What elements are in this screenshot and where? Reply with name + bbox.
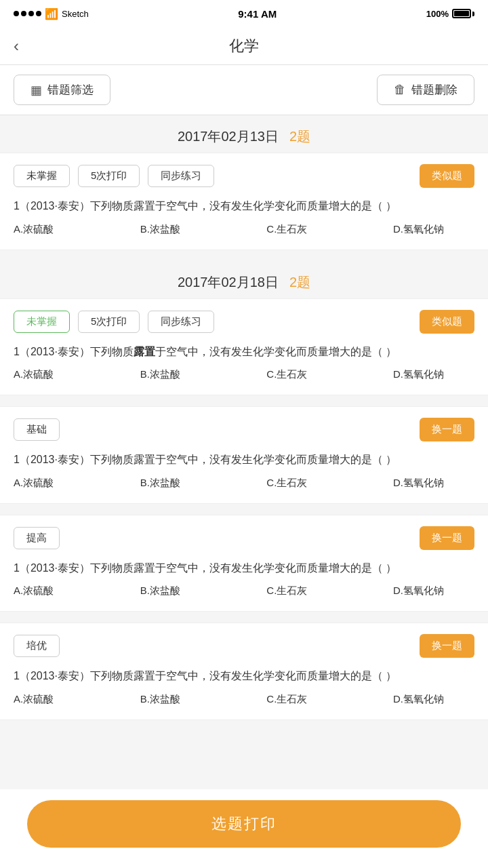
section-divider-4 [0,612,488,623]
option-b-1-1: B.浓盐酸 [140,223,222,236]
option-c-1-1: C.生石灰 [266,223,348,236]
question-card-2-4: 培优 换一题 1（2013·泰安）下列物质露置于空气中，没有发生化学变化而质量增… [0,623,488,720]
nav-bar: ‹ 化学 [0,27,488,65]
status-left: 📶 Sketch [14,7,89,20]
option-d-2-1: D.氢氧化钠 [393,368,474,381]
option-a-2-2: A.浓硫酸 [14,477,95,490]
date-header-1: 2017年02月13日 2题 [0,115,488,153]
option-c-2-4: C.生石灰 [266,693,348,706]
signal-dots [14,11,41,16]
similar-btn-2[interactable]: 类似题 [420,310,474,334]
question-card-2-3: 提高 换一题 1（2013·泰安）下列物质露置于空气中，没有发生化学变化而质量增… [0,515,488,612]
question-text-2-1: 1（2013·泰安）下列物质露置于空气中，没有发生化学变化而质量增大的是（ ） [14,343,474,361]
question-text-2-3: 1（2013·泰安）下列物质露置于空气中，没有发生化学变化而质量增大的是（ ） [14,559,474,577]
section-divider-1 [0,250,488,261]
battery-icon [452,9,474,18]
tag-row-1-1: 未掌握 5次打印 同步练习 类似题 [14,164,474,188]
tag-row-2-1: 未掌握 5次打印 同步练习 类似题 [14,310,474,334]
options-row-2-4: A.浓硫酸 B.浓盐酸 C.生石灰 D.氢氧化钠 [14,693,474,706]
section-divider-3 [0,504,488,515]
question-card-1-1: 未掌握 5次打印 同步练习 类似题 1（2013·泰安）下列物质露置于空气中，没… [0,153,488,250]
tag-print-1[interactable]: 5次打印 [78,165,140,187]
status-time: 9:41 AM [238,8,277,20]
date-count-2: 2题 [289,273,310,292]
content-area: 2017年02月13日 2题 未掌握 5次打印 同步练习 类似题 1（2013·… [0,115,488,822]
question-text-1-1: 1（2013·泰安）下列物质露置于空气中，没有发生化学变化而质量增大的是（ ） [14,197,474,215]
options-row-2-1: A.浓硫酸 B.浓盐酸 C.生石灰 D.氢氧化钠 [14,368,474,381]
similar-btn-1[interactable]: 类似题 [420,164,474,188]
swap-btn-2-2[interactable]: 换一题 [420,418,474,441]
bottom-bar: 选题打印 [0,789,488,868]
tag-row-2-4: 培优 换一题 [14,634,474,658]
option-d-1-1: D.氢氧化钠 [393,223,474,236]
option-d-2-4: D.氢氧化钠 [393,693,474,706]
question-card-2-1: 未掌握 5次打印 同步练习 类似题 1（2013·泰安）下列物质露置于空气中，没… [0,298,488,396]
status-bar: 📶 Sketch 9:41 AM 100% [0,0,488,27]
options-row-1-1: A.浓硫酸 B.浓盐酸 C.生石灰 D.氢氧化钠 [14,223,474,236]
trash-icon: 🗑 [394,83,406,97]
option-a-2-3: A.浓硫酸 [14,585,95,597]
delete-button[interactable]: 🗑 错题删除 [377,75,474,105]
option-b-2-4: B.浓盐酸 [140,693,222,706]
option-c-2-2: C.生石灰 [266,477,348,490]
tag-unmastered-2[interactable]: 未掌握 [14,311,70,333]
app-name: Sketch [62,9,89,19]
tag-advanced-2[interactable]: 提高 [14,527,60,549]
section-divider-2 [0,395,488,406]
page-title: 化学 [229,36,259,56]
date-text-1: 2017年02月13日 [178,127,279,146]
option-d-2-2: D.氢氧化钠 [393,477,474,490]
tag-row-2-3: 提高 换一题 [14,526,474,550]
option-c-2-1: C.生石灰 [266,368,348,381]
tag-print-2[interactable]: 5次打印 [78,311,140,333]
delete-label: 错题删除 [411,82,458,98]
tag-basic-2[interactable]: 基础 [14,418,60,441]
question-card-2-2: 基础 换一题 1（2013·泰安）下列物质露置于空气中，没有发生化学变化而质量增… [0,406,488,504]
tag-unmastered-1[interactable]: 未掌握 [14,165,70,187]
back-button[interactable]: ‹ [14,37,19,56]
filter-button[interactable]: ▦ 错题筛选 [14,75,110,105]
tag-sync-2[interactable]: 同步练习 [148,311,214,333]
options-row-2-3: A.浓硫酸 B.浓盐酸 C.生石灰 D.氢氧化钠 [14,585,474,597]
wifi-icon: 📶 [45,7,58,20]
tag-sync-1[interactable]: 同步练习 [148,165,214,187]
date-count-1: 2题 [289,127,310,146]
option-a-2-1: A.浓硫酸 [14,368,95,381]
option-b-2-1: B.浓盐酸 [140,368,222,381]
option-b-2-2: B.浓盐酸 [140,477,222,490]
options-row-2-2: A.浓硫酸 B.浓盐酸 C.生石灰 D.氢氧化钠 [14,477,474,490]
date-text-2: 2017年02月18日 [178,273,279,292]
question-text-2-2: 1（2013·泰安）下列物质露置于空气中，没有发生化学变化而质量增大的是（ ） [14,451,474,469]
toolbar: ▦ 错题筛选 🗑 错题删除 [0,65,488,115]
option-a-2-4: A.浓硫酸 [14,693,95,706]
question-text-2-4: 1（2013·泰安）下列物质露置于空气中，没有发生化学变化而质量增大的是（ ） [14,667,474,685]
option-b-2-3: B.浓盐酸 [140,585,222,597]
option-d-2-3: D.氢氧化钠 [393,585,474,597]
print-button[interactable]: 选题打印 [27,800,461,848]
swap-btn-2-4[interactable]: 换一题 [420,634,474,658]
bottom-spacer [0,720,488,754]
swap-btn-2-3[interactable]: 换一题 [420,526,474,550]
filter-label: 错题筛选 [47,82,94,98]
option-a-1-1: A.浓硫酸 [14,223,95,236]
date-header-2: 2017年02月18日 2题 [0,261,488,298]
battery-label: 100% [426,9,449,19]
filter-icon: ▦ [30,83,42,98]
tag-row-2-2: 基础 换一题 [14,418,474,441]
option-c-2-3: C.生石灰 [266,585,348,597]
tag-elite-2[interactable]: 培优 [14,635,60,657]
status-right: 100% [426,9,474,19]
